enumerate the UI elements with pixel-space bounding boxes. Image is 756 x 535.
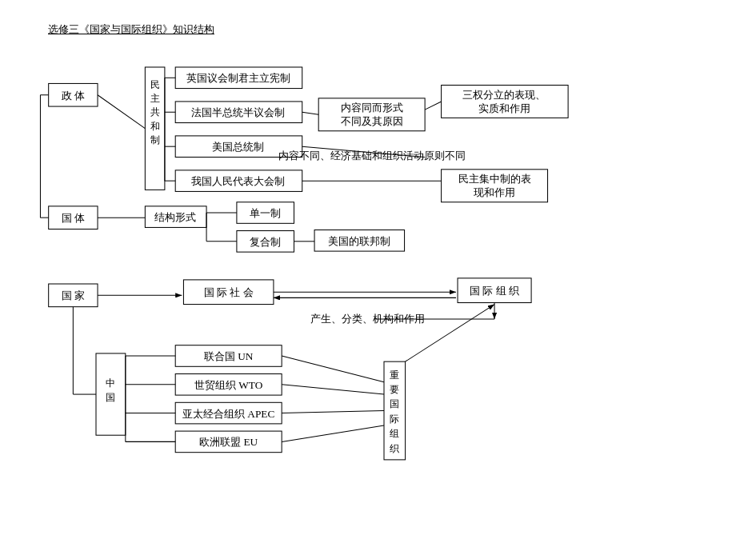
neirong-label2: 不同及其原因 xyxy=(341,115,403,127)
svg-line-19 xyxy=(302,112,318,114)
ouzhou-label: 欧洲联盟 EU xyxy=(199,437,258,449)
minzhu-label4: 和 xyxy=(150,121,160,132)
svg-line-56 xyxy=(282,385,384,394)
zhongyao-label5: 组 xyxy=(390,428,399,439)
minzhu-label: 民 xyxy=(150,79,160,90)
faguo-label: 法国半总统半议会制 xyxy=(191,106,285,118)
shimao-label: 世贸组织 WTO xyxy=(194,379,263,391)
zhongyao-label2: 要 xyxy=(390,384,399,395)
svg-line-21 xyxy=(425,102,441,110)
minzhu-label3: 共 xyxy=(150,106,160,118)
zhongyao-label6: 织 xyxy=(390,443,399,454)
guojia-label: 国 家 xyxy=(62,289,85,301)
zhongyao-label4: 际 xyxy=(390,413,399,425)
lianheguo-label: 联合国 UN xyxy=(204,350,254,362)
guoti-label: 国 体 xyxy=(62,212,85,224)
svg-line-55 xyxy=(282,356,384,382)
neirong-label: 内容同而形式 xyxy=(341,102,403,114)
zhongyao-label3: 国 xyxy=(390,398,399,409)
minzhu-jizhi-label2: 现和作用 xyxy=(474,186,515,198)
yingguo-label: 英国议会制君主立宪制 xyxy=(186,72,290,84)
meiguo-zong-label: 美国总统制 xyxy=(212,141,264,153)
neirong-butong-label: 内容不同、经济基础和组织活动原则不同 xyxy=(278,150,466,162)
sanquan-label2: 实质和作用 xyxy=(478,102,530,114)
guojizuzhi-label: 国 际 组 织 xyxy=(470,285,519,297)
yatai-label: 亚太经合组织 APEC xyxy=(182,408,274,420)
page-title: 选修三《国家与国际组织》知识结构 xyxy=(48,22,214,37)
zhongguo-label: 中 xyxy=(106,377,115,389)
zhengti-label: 政 体 xyxy=(62,90,85,102)
fuzhi-label: 复合制 xyxy=(250,236,281,248)
svg-line-57 xyxy=(282,411,384,413)
sanquan-label: 三权分立的表现、 xyxy=(462,89,546,101)
jiegou-label: 结构形式 xyxy=(154,211,196,223)
svg-line-8 xyxy=(98,95,145,129)
minzhu-label2: 主 xyxy=(150,93,160,104)
diagram-container: 政 体 国 体 民 主 共 和 制 英国议会制君主立宪制 法国半总统半议会制 美… xyxy=(24,40,744,528)
svg-line-58 xyxy=(282,425,384,441)
zhongyao-label: 重 xyxy=(390,369,399,381)
woguo-label: 我国人民代表大会制 xyxy=(191,175,285,187)
lianbang-label: 美国的联邦制 xyxy=(328,235,390,247)
guojishehui-label: 国 际 社 会 xyxy=(204,286,254,298)
minzhu-jizhi-label: 民主集中制的表 xyxy=(458,173,531,185)
danzhi-label: 单一制 xyxy=(250,207,281,219)
zhongguo-label2: 国 xyxy=(106,392,115,403)
minzhu-label5: 制 xyxy=(150,134,160,146)
